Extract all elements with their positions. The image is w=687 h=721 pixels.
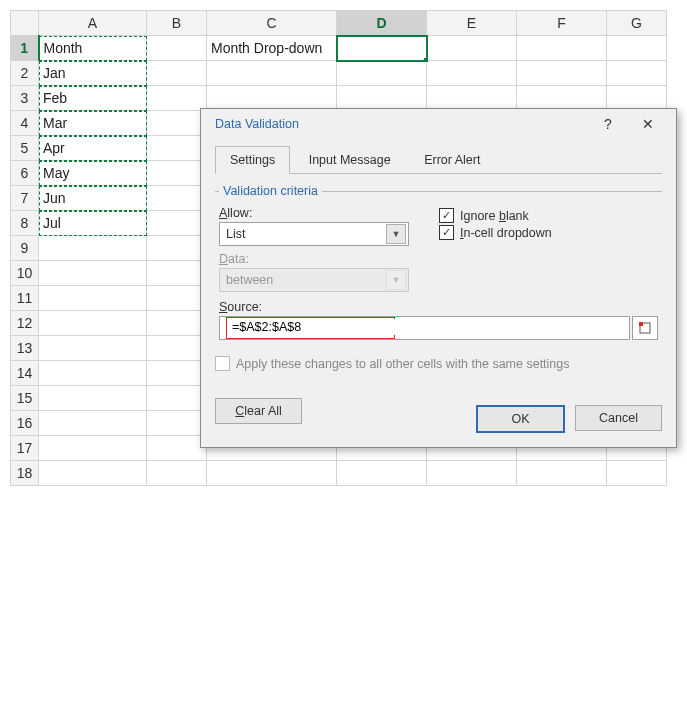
cell-G1[interactable] [607, 36, 667, 61]
incell-dropdown-label: In-cell dropdown [460, 226, 552, 240]
clear-all-button[interactable]: Clear All [215, 398, 302, 424]
source-input-wrapper [219, 316, 630, 340]
col-header-F[interactable]: F [517, 11, 607, 36]
row-header-14[interactable]: 14 [11, 361, 39, 386]
row-header-16[interactable]: 16 [11, 411, 39, 436]
tab-error-alert[interactable]: Error Alert [409, 146, 495, 174]
row-header-13[interactable]: 13 [11, 336, 39, 361]
close-button[interactable]: ✕ [628, 116, 668, 132]
row-header-2[interactable]: 2 [11, 61, 39, 86]
chevron-down-icon: ▼ [386, 224, 406, 244]
cell-A3[interactable]: Feb [39, 86, 147, 111]
row-header-11[interactable]: 11 [11, 286, 39, 311]
row-header-6[interactable]: 6 [11, 161, 39, 186]
col-header-E[interactable]: E [427, 11, 517, 36]
range-selector-button[interactable] [632, 316, 658, 340]
tab-settings[interactable]: Settings [215, 146, 290, 174]
col-header-B[interactable]: B [147, 11, 207, 36]
help-button[interactable]: ? [588, 116, 628, 132]
dialog-titlebar[interactable]: Data Validation ? ✕ [201, 109, 676, 139]
check-icon: ✓ [439, 225, 454, 240]
svg-rect-1 [639, 322, 643, 326]
cell-A4[interactable]: Mar [39, 111, 147, 136]
row-header-4[interactable]: 4 [11, 111, 39, 136]
validation-criteria-group: Validation criteria Allow: List ▼ ✓ Igno… [215, 184, 662, 344]
col-header-A[interactable]: A [39, 11, 147, 36]
allow-value: List [226, 227, 245, 241]
cell-A8[interactable]: Jul [39, 211, 147, 236]
cell-A6[interactable]: May [39, 161, 147, 186]
apply-changes-label: Apply these changes to all other cells w… [236, 357, 570, 371]
row-header-8[interactable]: 8 [11, 211, 39, 236]
row-header-15[interactable]: 15 [11, 386, 39, 411]
apply-changes-checkbox: ✓ Apply these changes to all other cells… [215, 356, 662, 371]
col-header-D[interactable]: D [337, 11, 427, 36]
cancel-button[interactable]: Cancel [575, 405, 662, 431]
cell-D1[interactable] [337, 36, 427, 61]
data-value: between [226, 273, 273, 287]
data-validation-dialog: Data Validation ? ✕ Settings Input Messa… [200, 108, 677, 448]
data-combobox: between ▼ [219, 268, 409, 292]
incell-dropdown-checkbox[interactable]: ✓ In-cell dropdown [439, 225, 552, 240]
cell-A2[interactable]: Jan [39, 61, 147, 86]
cell-C1[interactable]: Month Drop-down [207, 36, 337, 61]
select-all-corner[interactable] [11, 11, 39, 36]
ignore-blank-label: Ignore blank [460, 209, 529, 223]
check-icon: ✓ [439, 208, 454, 223]
row-header-9[interactable]: 9 [11, 236, 39, 261]
row-header-18[interactable]: 18 [11, 461, 39, 486]
cell-B1[interactable] [147, 36, 207, 61]
range-icon [638, 321, 652, 335]
cell-F1[interactable] [517, 36, 607, 61]
row-header-17[interactable]: 17 [11, 436, 39, 461]
allow-combobox[interactable]: List ▼ [219, 222, 409, 246]
ok-button[interactable]: OK [476, 405, 565, 433]
row-header-3[interactable]: 3 [11, 86, 39, 111]
cell-A5[interactable]: Apr [39, 136, 147, 161]
row-header-10[interactable]: 10 [11, 261, 39, 286]
row-header-5[interactable]: 5 [11, 136, 39, 161]
source-label: Source: [219, 300, 658, 314]
validation-criteria-legend: Validation criteria [219, 184, 322, 198]
check-icon: ✓ [215, 356, 230, 371]
dialog-tabs: Settings Input Message Error Alert [215, 145, 662, 174]
cell-A7[interactable]: Jun [39, 186, 147, 211]
allow-label: Allow: [219, 206, 419, 220]
ignore-blank-checkbox[interactable]: ✓ Ignore blank [439, 208, 552, 223]
source-input[interactable] [230, 319, 395, 335]
chevron-down-icon: ▼ [386, 270, 406, 290]
row-header-12[interactable]: 12 [11, 311, 39, 336]
cell-E1[interactable] [427, 36, 517, 61]
col-header-G[interactable]: G [607, 11, 667, 36]
data-label: Data: [219, 252, 658, 266]
row-header-7[interactable]: 7 [11, 186, 39, 211]
cell-A1[interactable]: Month [39, 36, 147, 61]
dialog-title-text: Data Validation [215, 117, 299, 131]
col-header-C[interactable]: C [207, 11, 337, 36]
tab-input-message[interactable]: Input Message [294, 146, 406, 174]
row-header-1[interactable]: 1 [11, 36, 39, 61]
